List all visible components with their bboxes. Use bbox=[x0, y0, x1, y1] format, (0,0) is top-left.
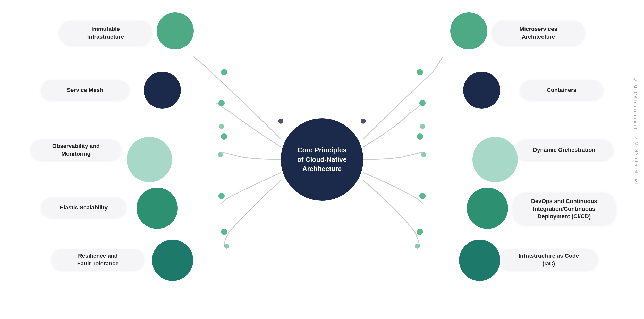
elastic-scalability-circle bbox=[137, 188, 178, 229]
svg-point-4 bbox=[218, 152, 223, 157]
diagram-container: Immutable Infrastructure Service Mesh Ob… bbox=[0, 0, 644, 319]
svg-point-6 bbox=[221, 229, 227, 235]
svg-point-2 bbox=[221, 133, 227, 140]
svg-point-13 bbox=[419, 193, 426, 199]
svg-point-0 bbox=[221, 69, 227, 75]
svg-point-16 bbox=[278, 119, 283, 124]
service-mesh-circle bbox=[144, 72, 181, 109]
devops-label: DevOps and Continuous Integration/Contin… bbox=[531, 197, 597, 220]
devops-pill: DevOps and Continuous Integration/Contin… bbox=[513, 193, 616, 225]
svg-point-14 bbox=[417, 229, 423, 235]
immutable-infrastructure-circle bbox=[157, 12, 194, 49]
microservices-circle bbox=[450, 12, 487, 49]
center-circle: Core Principles of Cloud-Native Architec… bbox=[281, 118, 363, 201]
svg-point-11 bbox=[420, 124, 425, 129]
observability-circle bbox=[127, 137, 172, 182]
iac-pill: Infrastructure as Code (IaC) bbox=[500, 249, 598, 270]
svg-point-5 bbox=[218, 193, 225, 199]
resilience-pill: Resilience and Fault Tolerance bbox=[52, 249, 144, 270]
observability-pill: Observability and Monitoring bbox=[31, 140, 121, 160]
svg-point-17 bbox=[361, 119, 366, 124]
svg-point-10 bbox=[417, 133, 423, 140]
dynamic-orchestration-label: Dynamic Orchestration bbox=[533, 146, 595, 154]
iac-circle bbox=[459, 240, 500, 281]
svg-point-1 bbox=[218, 100, 225, 106]
containers-pill: Containers bbox=[520, 80, 603, 100]
svg-point-15 bbox=[415, 244, 420, 249]
containers-label: Containers bbox=[547, 86, 577, 94]
containers-circle bbox=[463, 72, 500, 109]
microservices-label: Microservices Architecture bbox=[520, 25, 557, 40]
immutable-infrastructure-label: Immutable Infrastructure bbox=[87, 25, 124, 40]
resilience-circle bbox=[152, 240, 193, 281]
iac-label: Infrastructure as Code (IaC) bbox=[519, 252, 579, 267]
elastic-scalability-pill: Elastic Scalability bbox=[41, 198, 126, 217]
dynamic-orchestration-circle bbox=[472, 137, 518, 182]
svg-point-9 bbox=[419, 100, 426, 106]
immutable-infrastructure-pill: Immutable Infrastructure bbox=[59, 21, 152, 45]
svg-point-8 bbox=[417, 69, 423, 75]
resilience-label: Resilience and Fault Tolerance bbox=[77, 252, 119, 267]
microservices-pill: Microservices Architecture bbox=[492, 21, 585, 45]
svg-point-7 bbox=[224, 244, 229, 249]
svg-point-12 bbox=[421, 152, 426, 157]
observability-label: Observability and Monitoring bbox=[52, 142, 100, 157]
svg-point-3 bbox=[219, 124, 224, 129]
dynamic-orchestration-pill: Dynamic Orchestration bbox=[515, 140, 613, 160]
service-mesh-pill: Service Mesh bbox=[41, 80, 129, 100]
devops-circle bbox=[467, 188, 508, 229]
elastic-scalability-label: Elastic Scalability bbox=[60, 204, 108, 212]
center-title: Core Principles of Cloud-Native Architec… bbox=[292, 140, 352, 179]
service-mesh-label: Service Mesh bbox=[67, 86, 103, 94]
